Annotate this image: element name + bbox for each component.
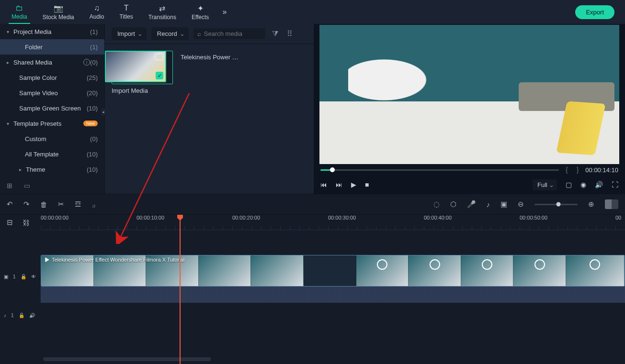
- visibility-icon[interactable]: 👁: [31, 274, 36, 279]
- prev-frame-icon[interactable]: ⏮: [320, 181, 327, 188]
- lock-icon[interactable]: 🔓: [21, 274, 26, 279]
- tab-effects-label: Effects: [192, 14, 209, 21]
- media-sidebar: ▾ Project Media (1) Folder (1) ▸ Shared …: [0, 24, 104, 194]
- record-dropdown[interactable]: Record: [151, 27, 189, 40]
- clip-thumbnail[interactable]: ✓: [105, 51, 166, 82]
- audio-mixer-icon[interactable]: ♪: [487, 200, 490, 209]
- sidebar-template-presets[interactable]: ▾ Template Presets New: [0, 116, 104, 131]
- playhead[interactable]: [180, 215, 181, 364]
- marker-icon[interactable]: ⬡: [450, 200, 456, 209]
- snapshot-icon[interactable]: ◉: [580, 181, 586, 188]
- sidebar-sample-green[interactable]: Sample Green Screen (10): [0, 100, 104, 116]
- tab-audio[interactable]: ♫ Audio: [82, 0, 112, 24]
- new-folder-icon[interactable]: ⊞: [7, 182, 12, 189]
- sidebar-label: Sample Video: [19, 89, 87, 97]
- split-icon[interactable]: ✂: [58, 200, 64, 209]
- filter-icon[interactable]: ⧩: [270, 30, 280, 38]
- adjust-icon[interactable]: ☲: [75, 200, 81, 209]
- chevron-down-icon: ▾: [7, 29, 13, 34]
- sidebar-sample-video[interactable]: Sample Video (20): [0, 85, 104, 100]
- mute-icon[interactable]: 🔊: [29, 313, 35, 318]
- more-tabs-icon[interactable]: »: [216, 8, 232, 16]
- audio-track-icon: ♪: [4, 313, 6, 318]
- track-manager-icon[interactable]: ⊟: [7, 218, 13, 227]
- sidebar-theme[interactable]: ▸ Theme (10): [0, 162, 104, 177]
- stop-icon[interactable]: ■: [365, 181, 369, 188]
- mark-in-icon[interactable]: {: [564, 166, 570, 174]
- media-toolbar: Import Record ⌕ ⧩ ⠿: [105, 24, 314, 44]
- display-icon[interactable]: ▢: [566, 181, 572, 188]
- timeline-clip[interactable]: Telekinesis Power Effect Wondershare Fil…: [41, 255, 625, 287]
- preview-playbar: ⏮ ⏭ ▶ ■ Full ▢ ◉ 🔊 ⛶: [314, 176, 625, 194]
- zoom-slider[interactable]: [534, 204, 578, 205]
- media-grid: + Import Media ✓ Telekinesis Power Eff..…: [105, 44, 314, 194]
- transition-icon: ⇄: [159, 4, 165, 13]
- sidebar-count: (1): [90, 44, 98, 51]
- tab-transitions-label: Transitions: [148, 14, 176, 21]
- fullscreen-icon[interactable]: ⛶: [612, 181, 618, 188]
- track-number: 1: [13, 274, 16, 279]
- checkmark-icon: ✓: [156, 72, 163, 79]
- ruler-controls: ⊟ ⛓: [0, 215, 41, 230]
- sidebar-shared-media[interactable]: ▸ Shared Media i (0): [0, 55, 104, 70]
- play-icon[interactable]: ▶: [351, 181, 356, 188]
- audio-wave-icon[interactable]: ⟓: [91, 200, 96, 209]
- export-button[interactable]: Export: [575, 5, 614, 19]
- timeline-toolbar: ↶ ↷ 🗑 ✂ ☲ ⟓ ◌ ⬡ 🎤 ♪ ▣ ⊖ ⊕: [0, 194, 625, 215]
- step-forward-icon[interactable]: ⏭: [336, 181, 342, 188]
- volume-icon[interactable]: 🔊: [595, 181, 603, 188]
- undo-icon[interactable]: ↶: [7, 200, 13, 209]
- zoom-out-icon[interactable]: ⊖: [518, 200, 524, 209]
- ruler-label: 00:00:10:00: [136, 215, 164, 221]
- sidebar-project-media[interactable]: ▾ Project Media (1): [0, 24, 104, 39]
- sidebar-label: Template Presets: [13, 120, 80, 127]
- audio-track-body[interactable]: [41, 308, 625, 323]
- sidebar-label: Project Media: [13, 28, 90, 35]
- preview-scrubber[interactable]: [320, 169, 559, 171]
- scrubber-row: { } 00:00:14:10: [314, 164, 625, 176]
- crop-icon[interactable]: ▣: [500, 200, 507, 209]
- search-input[interactable]: [204, 30, 261, 37]
- sidebar-all-template[interactable]: All Template (10): [0, 146, 104, 162]
- tab-titles-label: Titles: [119, 13, 133, 20]
- clip-waveform[interactable]: [41, 287, 625, 303]
- tab-effects[interactable]: ✦ Effects: [184, 0, 216, 24]
- audio-track-header: ♪1 🔓 🔊: [0, 308, 41, 323]
- sidebar-sample-color[interactable]: Sample Color (25): [0, 70, 104, 85]
- sidebar-label: Shared Media: [13, 59, 80, 66]
- zoom-knob[interactable]: [556, 202, 560, 207]
- sidebar-folder[interactable]: Folder (1): [0, 39, 104, 55]
- tab-media-label: Media: [11, 13, 27, 20]
- video-track-row: ▣1 🔓 👁 Telekinesis Power Effect Wondersh…: [0, 255, 625, 298]
- video-track-body[interactable]: Telekinesis Power Effect Wondershare Fil…: [41, 255, 625, 298]
- sidebar-label: Theme: [26, 166, 87, 173]
- timeline-ruler[interactable]: 00:00:00:00 00:00:10:00 00:00:20:00 00:0…: [41, 215, 625, 230]
- search-icon: ⌕: [197, 30, 201, 37]
- sidebar-custom[interactable]: Custom (0): [0, 131, 104, 146]
- tab-titles[interactable]: T Titles: [112, 0, 140, 24]
- sparkle-icon: ✦: [197, 4, 204, 13]
- tab-transitions[interactable]: ⇄ Transitions: [141, 0, 184, 24]
- top-tabs-bar: 🗀 Media 📷 Stock Media ♫ Audio T Titles ⇄…: [0, 0, 625, 24]
- timeline-view-toggle[interactable]: [605, 199, 618, 209]
- delete-icon[interactable]: 🗑: [40, 200, 47, 209]
- lock-icon[interactable]: 🔓: [19, 313, 24, 318]
- link-icon[interactable]: ⛓: [23, 219, 30, 227]
- zoom-in-icon[interactable]: ⊕: [588, 200, 594, 209]
- scrub-knob[interactable]: [330, 167, 335, 172]
- import-dropdown[interactable]: Import: [112, 27, 147, 40]
- voiceover-icon[interactable]: 🎤: [467, 200, 476, 209]
- tab-media[interactable]: 🗀 Media: [4, 0, 35, 24]
- tab-stock-media[interactable]: 📷 Stock Media: [35, 0, 82, 24]
- render-icon[interactable]: ◌: [433, 200, 440, 209]
- folder-outline-icon[interactable]: ▭: [24, 182, 30, 189]
- grid-view-icon[interactable]: ⠿: [285, 29, 295, 38]
- media-clip-card[interactable]: ✓ Telekinesis Power Eff...: [181, 51, 242, 61]
- preview-viewport[interactable]: [319, 25, 619, 164]
- folder-icon: 🗀: [15, 4, 23, 12]
- mark-out-icon[interactable]: }: [575, 166, 581, 174]
- timeline-scrollbar[interactable]: [43, 357, 211, 361]
- redo-icon[interactable]: ↷: [23, 200, 30, 209]
- collapse-panel-icon[interactable]: ◂: [101, 108, 105, 116]
- resolution-select[interactable]: Full: [533, 179, 557, 190]
